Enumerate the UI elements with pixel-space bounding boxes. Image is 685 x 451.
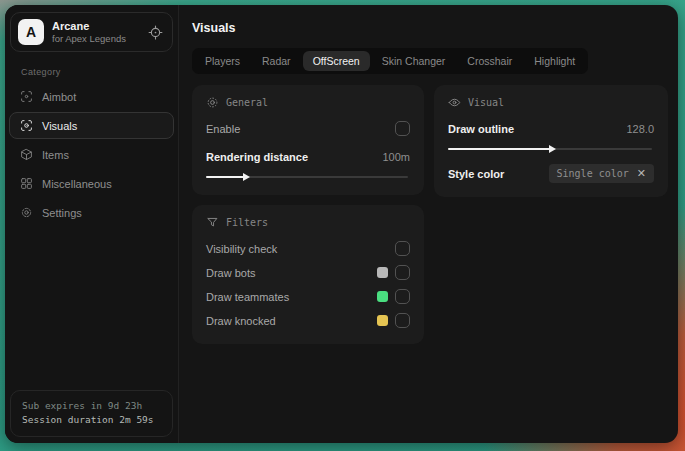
content-grid: General Enable Rendering distance 100m [192, 85, 668, 344]
tab-crosshair[interactable]: Crosshair [457, 51, 522, 71]
filter-controls [377, 265, 410, 280]
visuals-icon [20, 119, 33, 132]
sub-expires-text: Sub expires in 9d 23h [22, 399, 161, 413]
color-swatch[interactable] [377, 267, 388, 278]
filter-controls [395, 241, 410, 256]
sidebar-item-label: Items [42, 149, 69, 161]
filter-label: Draw knocked [206, 315, 276, 327]
brand-text: Arcane for Apex Legends [52, 20, 148, 45]
style-color-label: Style color [448, 168, 504, 180]
sun-icon [206, 96, 219, 109]
enable-row: Enable [206, 118, 410, 139]
draw-outline-value: 128.0 [626, 123, 654, 135]
draw-outline-row: Draw outline 128.0 [448, 118, 654, 139]
tab-players[interactable]: Players [195, 51, 250, 71]
rendering-distance-value: 100m [382, 151, 410, 163]
filter-row-draw-bots: Draw bots [206, 262, 410, 283]
app-subtitle: for Apex Legends [52, 33, 148, 45]
filter-label: Draw bots [206, 267, 256, 279]
eye-icon [448, 96, 461, 109]
left-column: General Enable Rendering distance 100m [192, 85, 424, 344]
category-label: Category [21, 67, 174, 77]
right-column: Visual Draw outline 128.0 Style color [434, 85, 668, 197]
tab-highlight[interactable]: Highlight [524, 51, 585, 71]
app-name: Arcane [52, 20, 148, 33]
settings-icon [20, 206, 33, 219]
style-color-select[interactable]: Single color ✕ [549, 164, 654, 183]
filter-row-draw-knocked: Draw knocked [206, 310, 410, 331]
tab-skin-changer[interactable]: Skin Changer [372, 51, 456, 71]
filter-checkbox[interactable] [395, 241, 410, 256]
general-panel: General Enable Rendering distance 100m [192, 85, 424, 195]
filter-label: Visibility check [206, 243, 277, 255]
filters-panel-title: Filters [226, 217, 268, 228]
aimbot-icon [20, 90, 33, 103]
app-logo: A [18, 19, 44, 45]
tab-bar: PlayersRadarOffScreenSkin ChangerCrossha… [192, 48, 588, 74]
sidebar-item-aimbot[interactable]: Aimbot [9, 83, 174, 110]
sidebar-item-visuals[interactable]: Visuals [9, 112, 174, 139]
filters-panel: Filters Visibility checkDraw botsDraw te… [192, 205, 424, 344]
general-panel-header: General [206, 96, 410, 109]
filter-checkbox[interactable] [395, 265, 410, 280]
target-icon[interactable] [148, 25, 163, 40]
page-title: Visuals [192, 21, 668, 35]
slider-thumb[interactable] [243, 173, 250, 181]
miscellaneous-icon [20, 177, 33, 190]
close-icon[interactable]: ✕ [637, 168, 646, 179]
sidebar-item-label: Miscellaneous [42, 178, 112, 190]
filter-row-draw-teammates: Draw teammates [206, 286, 410, 307]
enable-label: Enable [206, 123, 240, 135]
session-duration-text: Session duration 2m 59s [22, 413, 161, 427]
sidebar-item-label: Visuals [42, 120, 77, 132]
funnel-icon [206, 216, 219, 229]
items-icon [20, 148, 33, 161]
tab-radar[interactable]: Radar [252, 51, 301, 71]
subscription-card: Sub expires in 9d 23h Session duration 2… [10, 390, 173, 437]
sidebar-nav: AimbotVisualsItemsMiscellaneousSettings [9, 83, 174, 226]
draw-outline-label: Draw outline [448, 123, 514, 135]
filter-row-visibility-check: Visibility check [206, 238, 410, 259]
filters-panel-header: Filters [206, 216, 410, 229]
visual-panel: Visual Draw outline 128.0 Style color [434, 85, 668, 197]
slider-fill [448, 148, 553, 150]
style-color-row: Style color Single color ✕ [448, 163, 654, 184]
rendering-distance-row: Rendering distance 100m [206, 146, 410, 167]
filter-controls [377, 289, 410, 304]
filter-checkbox[interactable] [395, 289, 410, 304]
sidebar-item-label: Aimbot [42, 91, 76, 103]
sidebar-item-label: Settings [42, 207, 82, 219]
slider-thumb[interactable] [549, 145, 556, 153]
color-swatch[interactable] [377, 315, 388, 326]
rendering-distance-slider[interactable] [206, 172, 410, 182]
sidebar: A Arcane for Apex Legends Category Aimbo… [5, 5, 179, 443]
style-color-value: Single color [557, 168, 629, 179]
filter-label: Draw teammates [206, 291, 289, 303]
app-window: A Arcane for Apex Legends Category Aimbo… [5, 5, 678, 443]
visual-panel-title: Visual [468, 97, 504, 108]
enable-checkbox[interactable] [395, 121, 410, 136]
tab-offscreen[interactable]: OffScreen [303, 51, 370, 71]
slider-fill [206, 176, 247, 178]
brand-card: A Arcane for Apex Legends [10, 12, 173, 52]
visual-panel-header: Visual [448, 96, 654, 109]
draw-outline-slider[interactable] [448, 144, 654, 154]
filter-checkbox[interactable] [395, 313, 410, 328]
filter-rows: Visibility checkDraw botsDraw teammatesD… [206, 238, 410, 331]
main-area: Visuals PlayersRadarOffScreenSkin Change… [179, 5, 678, 443]
rendering-distance-label: Rendering distance [206, 151, 308, 163]
sidebar-item-miscellaneous[interactable]: Miscellaneous [9, 170, 174, 197]
general-panel-title: General [226, 97, 268, 108]
filter-controls [377, 313, 410, 328]
color-swatch[interactable] [377, 291, 388, 302]
sidebar-item-settings[interactable]: Settings [9, 199, 174, 226]
sidebar-item-items[interactable]: Items [9, 141, 174, 168]
